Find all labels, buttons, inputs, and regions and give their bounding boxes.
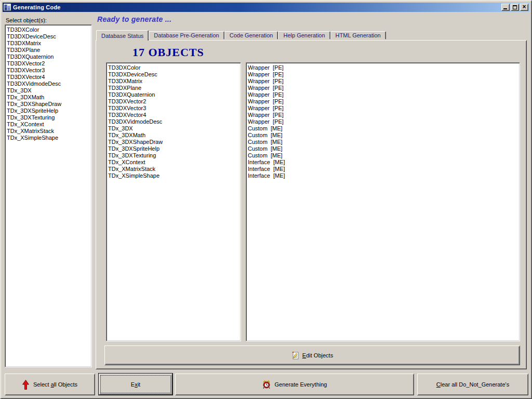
- minimize-button[interactable]: [501, 4, 510, 11]
- list-item[interactable]: TD3DXVector3: [108, 105, 240, 112]
- select-all-objects-button[interactable]: Select all Objects: [5, 374, 95, 395]
- list-item[interactable]: TDx_3DXShapeDraw: [7, 101, 91, 108]
- alarm-clock-icon: [262, 380, 271, 389]
- list-item[interactable]: TD3DXMatrix: [108, 78, 240, 85]
- list-item[interactable]: Wrapper [PE]: [248, 91, 519, 98]
- list-item[interactable]: TDx_3DXTexturing: [7, 114, 91, 121]
- select-objects-label: Select object(s):: [6, 17, 47, 23]
- list-item[interactable]: Interface [ME]: [248, 159, 519, 166]
- list-item[interactable]: Wrapper [PE]: [248, 112, 519, 118]
- tab-database-pre-generation[interactable]: Database Pre-Generation: [149, 31, 224, 39]
- list-item[interactable]: Interface [ME]: [248, 166, 519, 172]
- database-status-page: 17 OBJECTS TD3DXColorTD3DXDeviceDescTD3D…: [96, 40, 527, 369]
- list-item[interactable]: TD3DXVidmodeDesc: [7, 81, 91, 87]
- list-item[interactable]: Wrapper [PE]: [248, 85, 519, 91]
- list-item[interactable]: Wrapper [PE]: [248, 98, 519, 105]
- list-item[interactable]: TD3DXQuaternion: [108, 91, 240, 98]
- list-item[interactable]: TDx_3DXTexturing: [108, 152, 240, 159]
- select-all-objects-label: Select all Objects: [33, 381, 77, 388]
- minimize-icon: [503, 8, 507, 9]
- list-item[interactable]: TDx_3DXMath: [7, 94, 91, 101]
- list-item[interactable]: TD3DXVector2: [7, 60, 91, 67]
- clear-all-do-not-generates-button[interactable]: Clear all Do_Not_Generate's: [417, 374, 528, 395]
- object-select-listbox[interactable]: TD3DXColorTD3DXDeviceDescTD3DXMatrixTD3D…: [5, 24, 92, 367]
- list-item[interactable]: TD3DXPlane: [7, 47, 91, 54]
- maximize-button[interactable]: [511, 4, 519, 11]
- list-item[interactable]: TD3DXColor: [7, 26, 91, 33]
- list-item[interactable]: TD3DXVector3: [7, 67, 91, 74]
- list-item[interactable]: Interface [ME]: [248, 172, 519, 179]
- list-item[interactable]: TDx_3DXShapeDraw: [108, 139, 240, 145]
- clear-all-label: Clear all Do_Not_Generate's: [436, 381, 509, 388]
- object-status-listbox[interactable]: Wrapper [PE]Wrapper [PE]Wrapper [PE]Wrap…: [246, 62, 520, 341]
- list-item[interactable]: Wrapper [PE]: [248, 105, 519, 112]
- list-item[interactable]: TDx_3DX: [108, 125, 240, 132]
- list-item[interactable]: TDx_XContext: [108, 159, 240, 166]
- list-item[interactable]: TDx_XSimpleShape: [7, 135, 91, 141]
- close-button[interactable]: ×: [520, 4, 528, 11]
- list-item[interactable]: Custom [ME]: [248, 145, 519, 152]
- list-item[interactable]: TDx_3DXSpriteHelp: [108, 145, 240, 152]
- generate-everything-label: Generate Everything: [275, 381, 327, 388]
- maximize-icon: [513, 5, 517, 9]
- list-item[interactable]: TD3DXVector4: [7, 74, 91, 81]
- list-item[interactable]: Custom [ME]: [248, 125, 519, 132]
- list-item[interactable]: TDx_XSimpleShape: [108, 172, 240, 179]
- tab-html-generation[interactable]: HTML Generation: [330, 31, 386, 39]
- generate-everything-button[interactable]: Generate Everything: [175, 374, 414, 395]
- exit-button[interactable]: Exit: [98, 373, 173, 395]
- objects-count-heading: 17 OBJECTS: [132, 46, 204, 59]
- list-item[interactable]: TDx_3DX: [7, 87, 91, 94]
- list-item[interactable]: Wrapper [PE]: [248, 64, 519, 71]
- list-item[interactable]: TD3DXVector4: [108, 112, 240, 118]
- list-item[interactable]: TD3DXMatrix: [7, 40, 91, 47]
- list-item[interactable]: TD3DXDeviceDesc: [7, 33, 91, 40]
- list-item[interactable]: TDx_3DXMath: [108, 132, 240, 139]
- status-message: Ready to generate ...: [97, 15, 171, 23]
- list-item[interactable]: TDx_3DXSpriteHelp: [7, 108, 91, 114]
- list-item[interactable]: TD3DXQuaternion: [7, 54, 91, 60]
- exit-label: Exit: [131, 381, 140, 388]
- list-item[interactable]: TD3DXColor: [108, 64, 240, 71]
- tabstrip: Database Status Database Pre-Generation …: [96, 30, 386, 41]
- objects-listbox[interactable]: TD3DXColorTD3DXDeviceDescTD3DXMatrixTD3D…: [106, 62, 241, 341]
- app-window: Generating Code × Select object(s): TD3D…: [0, 0, 532, 399]
- titlebar: Generating Code ×: [3, 3, 529, 12]
- window-controls: ×: [501, 4, 528, 11]
- edit-objects-button[interactable]: Edit Objects: [104, 345, 520, 365]
- list-item[interactable]: TDx_XMatrixStack: [7, 128, 91, 135]
- edit-objects-label: Edit Objects: [302, 352, 333, 358]
- list-item[interactable]: TDx_XMatrixStack: [108, 166, 240, 172]
- list-item[interactable]: TD3DXDeviceDesc: [108, 71, 240, 78]
- red-up-arrow-icon: [22, 380, 29, 390]
- app-buildings-icon: [4, 4, 11, 11]
- list-item[interactable]: TDx_XContext: [7, 121, 91, 128]
- window-title: Generating Code: [13, 4, 501, 10]
- list-item[interactable]: Wrapper [PE]: [248, 118, 519, 125]
- edit-document-pencil-icon: [291, 351, 300, 360]
- tab-help-generation[interactable]: Help Generation: [278, 31, 330, 39]
- list-item[interactable]: TD3DXVector2: [108, 98, 240, 105]
- list-item[interactable]: Custom [ME]: [248, 152, 519, 159]
- tab-code-generation[interactable]: Code Generation: [224, 31, 278, 39]
- list-item[interactable]: Wrapper [PE]: [248, 78, 519, 85]
- list-item[interactable]: Custom [ME]: [248, 139, 519, 145]
- tab-database-status[interactable]: Database Status: [96, 30, 149, 41]
- close-icon: ×: [522, 4, 526, 9]
- list-item[interactable]: Wrapper [PE]: [248, 71, 519, 78]
- list-item[interactable]: TD3DXPlane: [108, 85, 240, 91]
- list-item[interactable]: Custom [ME]: [248, 132, 519, 139]
- list-item[interactable]: TD3DXVidmodeDesc: [108, 118, 240, 125]
